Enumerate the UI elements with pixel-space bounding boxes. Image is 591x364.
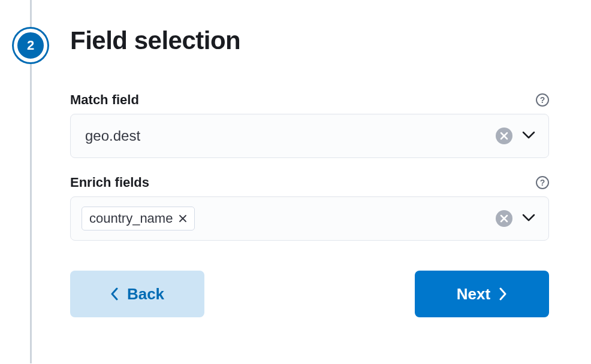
match-field-label: Match field: [70, 92, 139, 108]
match-field-group: Match field ? geo.dest: [70, 92, 549, 158]
step-content: Field selection Match field ? geo.dest: [49, 0, 591, 363]
next-button-label: Next: [457, 285, 490, 304]
button-row: Back Next: [70, 271, 549, 317]
enrich-fields-group: Enrich fields ? country_name: [70, 175, 549, 241]
enrich-field-chip: country_name: [82, 207, 195, 230]
clear-icon[interactable]: [496, 210, 512, 227]
combobox-controls: [496, 210, 538, 227]
chip-label: country_name: [89, 211, 173, 226]
next-button[interactable]: Next: [415, 271, 549, 317]
field-label-row: Match field ?: [70, 92, 549, 108]
chevron-right-icon: [499, 287, 507, 301]
help-icon[interactable]: ?: [536, 93, 549, 107]
chevron-left-icon: [110, 287, 119, 301]
page-title: Field selection: [70, 26, 549, 55]
field-label-row: Enrich fields ?: [70, 175, 549, 190]
chevron-down-icon[interactable]: [520, 211, 538, 226]
enrich-fields-combobox[interactable]: country_name: [70, 196, 549, 241]
step-number-badge: 2: [14, 29, 47, 62]
step-indicator-column: 2: [12, 0, 49, 363]
clear-icon[interactable]: [496, 128, 512, 144]
back-button-label: Back: [127, 285, 164, 304]
match-field-combobox[interactable]: geo.dest: [70, 114, 549, 158]
back-button[interactable]: Back: [70, 271, 204, 317]
enrich-fields-label: Enrich fields: [70, 175, 149, 190]
match-field-value: geo.dest: [82, 128, 496, 144]
chips-wrapper: country_name: [82, 207, 496, 230]
step-connector-line: [30, 64, 32, 363]
help-icon[interactable]: ?: [536, 176, 549, 189]
step-connector-line: [30, 0, 32, 27]
close-icon[interactable]: [179, 214, 187, 223]
chevron-down-icon[interactable]: [520, 128, 538, 144]
step-number: 2: [27, 38, 34, 53]
combobox-controls: [496, 128, 538, 144]
